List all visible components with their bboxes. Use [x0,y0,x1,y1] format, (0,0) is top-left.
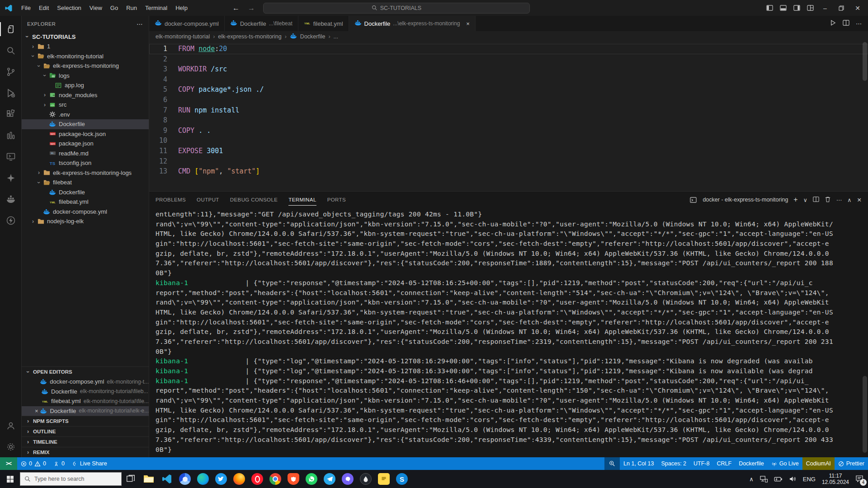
code-line-4[interactable]: 4 [149,75,868,85]
open-editors-section[interactable]: › OPEN EDITORS [22,366,149,377]
terminal-scrollbar[interactable] [863,376,867,453]
tree-item-tsconfig-json[interactable]: TStsconfig.json [22,158,149,168]
tree-root-folder[interactable]: › SC-TUTORIALS [22,32,149,42]
tree-item-package-lock-json[interactable]: npmpackage-lock.json [22,129,149,139]
whatsapp-icon[interactable] [302,470,321,488]
tree-item-app-log[interactable]: app.log [22,80,149,90]
command-center-search[interactable]: SC-TUTORIALS [263,3,530,14]
code-line-6[interactable]: 6 [149,95,868,105]
remote-indicator[interactable]: >< [0,457,17,470]
telegram-icon[interactable] [321,470,339,488]
panel-tab-output[interactable]: OUTPUT [197,192,219,208]
code-line-9[interactable]: 9COPY . . [149,126,868,136]
account-icon[interactable] [0,415,22,436]
nav-back-icon[interactable]: ← [232,4,240,12]
panel-more-actions-icon[interactable]: ⋯ [836,197,842,203]
encoding-status[interactable]: UTF-8 [690,457,713,470]
notes-icon[interactable] [375,470,393,488]
toggle-secondary-sidebar-icon[interactable] [790,2,803,14]
eol-status[interactable]: CRLF [713,457,735,470]
restore-button[interactable] [834,1,849,15]
problems-status[interactable]: 0 0 [17,457,50,470]
editor-scrollbar[interactable] [863,42,867,81]
code-line-3[interactable]: 3WORKDIR /src [149,64,868,75]
menu-edit[interactable]: Edit [35,5,53,11]
indentation-status[interactable]: Spaces: 2 [657,457,690,470]
terminal-dropdown-icon[interactable]: ∨ [803,197,807,203]
editor-more-actions-icon[interactable]: ⋯ [856,20,862,27]
tree-item--env[interactable]: .env [22,110,149,120]
brave-icon[interactable] [284,470,302,488]
viber-icon[interactable] [339,470,357,488]
tree-item-package-json[interactable]: npmpackage.json [22,139,149,149]
terminal-output[interactable]: entLength":11},"message":"GET /api/saved… [149,208,868,457]
code-line-13[interactable]: 13CMD ["npm", "start"] [149,166,868,177]
explorer-more-actions-icon[interactable]: ⋯ [137,20,143,28]
breadcrumb-item[interactable]: elk-express-ts-monitoring [218,33,281,40]
section-timeline[interactable]: ›TIMELINE [22,436,149,447]
code-editor[interactable]: 1FROM node:2023WORKDIR /src45COPY packag… [149,42,868,191]
panel-tab-terminal[interactable]: TERMINAL [288,192,316,208]
open-editor-dockerfile[interactable]: Dockerfileelk-monitoring-tutorial\fileb.… [22,387,149,397]
breadcrumb-item[interactable]: Dockerfile [300,33,326,40]
battery-icon[interactable] [774,476,783,482]
go-live-button[interactable]: Go Live [768,457,802,470]
menu-file[interactable]: File [17,5,35,11]
section-outline[interactable]: ›OUTLINE [22,426,149,436]
speaker-icon[interactable] [789,476,797,482]
close-tab-icon[interactable]: × [466,20,470,27]
open-editor-docker-compose-yml[interactable]: docker-compose.ymlelk-monitoring-t... [22,377,149,387]
cursor-position[interactable]: Ln 1, Col 13 [620,457,657,470]
tray-expand-icon[interactable]: ∧ [749,476,754,483]
close-panel-icon[interactable]: ✕ [857,197,862,203]
close-button[interactable]: ✕ [850,1,865,15]
chrome-icon[interactable] [266,470,284,488]
tree-item-elk-monitoring-tutorial[interactable]: ›elk-monitoring-tutorial [22,52,149,61]
chromium-icon[interactable] [176,470,194,488]
zoom-indicator[interactable] [604,457,620,470]
tree-item-readme-md[interactable]: M↓readMe.md [22,149,149,159]
columns-icon[interactable] [0,125,22,146]
thunder-client-icon[interactable] [0,210,22,231]
code-line-10[interactable]: 10 [149,136,868,146]
panel-tab-debug-console[interactable]: DEBUG CONSOLE [230,192,278,208]
panel-tab-problems[interactable]: PROBLEMS [156,192,186,208]
menu-run[interactable]: Run [122,5,141,11]
twitter-icon[interactable] [212,470,230,488]
extensions-icon[interactable] [0,103,22,125]
terminal-session-label[interactable]: docker - elk-express-ts-monitoring [703,197,788,203]
run-debug-icon[interactable] [0,82,22,103]
task-view-icon[interactable] [122,470,140,488]
code-line-1[interactable]: 1FROM node:20 [149,44,868,54]
toggle-primary-sidebar-icon[interactable] [763,2,776,14]
tree-item-filebeat-yml[interactable]: YMLfilebeat.yml [22,197,149,207]
open-editor-filebeat-yml[interactable]: YMLfilebeat.ymlelk-monitoring-tutorial\f… [22,396,149,406]
menu-help[interactable]: Help [171,5,192,11]
skype-icon[interactable]: S [393,470,411,488]
kill-terminal-icon[interactable] [825,196,831,204]
tree-item-elk-express-ts-monitoring-logs[interactable]: ›elk-express-ts-monitoring-logs [22,168,149,178]
tab-docker-compose-yml[interactable]: docker-compose.yml [149,16,225,31]
clock[interactable]: 11:17 12.05.2024 [822,473,849,485]
language-mode[interactable]: Dockerfile [735,457,768,470]
language-indicator[interactable]: ENG [803,476,816,483]
tree-item-dockerfile[interactable]: Dockerfile [22,188,149,197]
prettier-button[interactable]: Prettier [835,457,868,470]
menu-view[interactable]: View [85,5,106,11]
live-share-button[interactable]: Live Share [68,457,111,470]
notification-center-button[interactable]: 4 [855,475,863,483]
tab-dockerfile[interactable]: Dockerfile...\filebeat [225,16,298,31]
file-explorer-icon[interactable] [140,470,158,488]
new-terminal-icon[interactable]: + [793,196,797,204]
remote-explorer-icon[interactable] [0,146,22,167]
code-line-8[interactable]: 8 [149,115,868,126]
firefox-icon[interactable] [230,470,248,488]
customize-layout-icon[interactable] [804,2,816,14]
tree-item-nodejs-log-elk[interactable]: ›nodejs-log-elk [22,216,149,226]
split-editor-icon[interactable] [843,19,849,28]
tree-item-src[interactable]: ›</>src [22,100,149,110]
vscode-icon[interactable] [158,470,176,488]
breadcrumb-item[interactable]: elk-monitoring-tutorial [156,33,210,40]
nav-forward-icon[interactable]: → [248,4,255,12]
panel-tab-ports[interactable]: PORTS [327,192,346,208]
